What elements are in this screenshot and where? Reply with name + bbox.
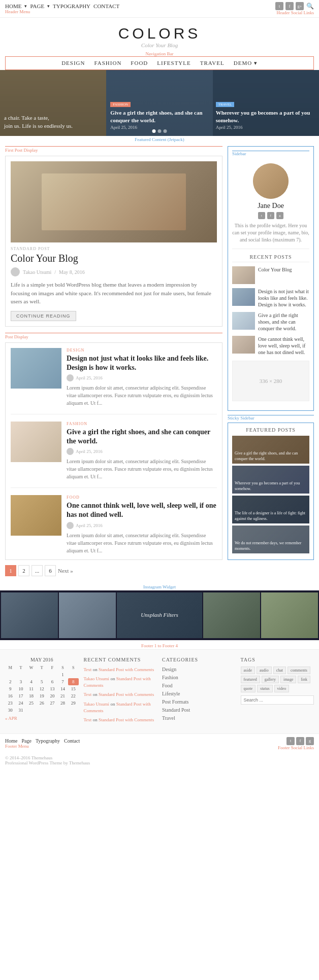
recent-comments-title: RECENT COMMENTS xyxy=(84,657,157,662)
recent-post-title-3[interactable]: Give a girl the right shoes, and she can… xyxy=(258,312,309,332)
calendar-table: M T W T F S S 1 2345678 xyxy=(5,664,79,714)
menu-contact[interactable]: CONTACT xyxy=(93,3,119,9)
menu-page-chevron: ▾ xyxy=(47,4,50,9)
tag-link[interactable]: link xyxy=(298,676,310,683)
tag-featured[interactable]: featured xyxy=(241,676,260,683)
googleplus-icon[interactable]: g+ xyxy=(296,2,304,10)
first-post-excerpt: Life is a simple yet bold WordPress blog… xyxy=(11,281,217,306)
sidebar-label: Sidebar xyxy=(232,151,309,156)
insta-item-4[interactable] xyxy=(203,592,260,638)
insta-item-1[interactable] xyxy=(1,592,58,638)
insta-item-center[interactable]: Unsplash Filters xyxy=(117,592,202,638)
first-post-avatar xyxy=(11,267,20,276)
tags-title: TAGS xyxy=(241,657,314,662)
cat-standard-post: Standard Post xyxy=(162,707,236,713)
featured-post-1[interactable]: Give a girl the right shoes, and she can… xyxy=(232,436,309,464)
cal-cell xyxy=(57,707,68,714)
first-post-section-label: First Post Display xyxy=(5,146,222,153)
tag-status[interactable]: status xyxy=(257,685,272,692)
footer-menu-page[interactable]: Page xyxy=(21,738,31,744)
tag-audio[interactable]: audio xyxy=(257,667,272,674)
slider-dot-2[interactable] xyxy=(158,129,162,133)
post-excerpt-1: Lorem ipsum dolor sit amet, consectetur … xyxy=(67,384,217,407)
nav-lifestyle[interactable]: LIFESTYLE xyxy=(157,60,190,66)
facebook-icon[interactable]: f xyxy=(285,2,294,10)
nav-travel[interactable]: TRAVEL xyxy=(200,60,225,66)
tag-video[interactable]: video xyxy=(274,685,290,692)
post-title-1[interactable]: Design not just what it looks like and f… xyxy=(67,354,217,372)
footer-credit: © 2014–2016 Themehaus Professional WordP… xyxy=(0,753,319,767)
cal-cell: 29 xyxy=(68,699,79,707)
cal-row-6: 3031 xyxy=(5,707,79,714)
featured-post-4[interactable]: We do not remember days, we remember mom… xyxy=(232,526,309,553)
menu-home[interactable]: HOME xyxy=(5,3,21,9)
cal-prev[interactable]: « APR xyxy=(5,716,17,721)
cal-cell: 2 xyxy=(5,678,16,685)
slider-dot-3[interactable] xyxy=(164,129,167,133)
first-post-date: May 8, 2016 xyxy=(59,269,85,275)
nav-design[interactable]: DESIGN xyxy=(61,60,85,66)
cal-cell: 17 xyxy=(16,692,26,699)
tag-search-input[interactable] xyxy=(241,695,314,705)
post-title-3[interactable]: One cannot think well, love well, sleep … xyxy=(67,501,217,519)
menu-typography[interactable]: TYPOGRAPHY xyxy=(53,3,90,9)
profile-facebook-icon[interactable]: f xyxy=(267,212,274,219)
site-title-area: COLORS Color Your Blog xyxy=(0,18,319,51)
twitter-icon[interactable]: t xyxy=(275,2,283,10)
footer-menu-typography[interactable]: Typography xyxy=(36,738,60,744)
nav-label: Navigation Bar xyxy=(0,51,319,56)
footer-facebook-icon[interactable]: f xyxy=(296,737,304,745)
nav-demo[interactable]: DEMO ▾ xyxy=(234,60,258,66)
footer-twitter-icon[interactable]: t xyxy=(286,737,295,745)
cal-cell: 15 xyxy=(68,685,79,692)
header-menu: HOME ▾ PAGE ▾ TYPOGRAPHY CONTACT xyxy=(5,3,119,9)
featured-post-3[interactable]: The life of a designer is a life of figh… xyxy=(232,496,309,523)
cal-cell: 21 xyxy=(57,692,68,699)
featured-post-2[interactable]: Wherever you go becomes a part of you so… xyxy=(232,466,309,494)
recent-post-title-1[interactable]: Color Your Blog xyxy=(258,266,292,273)
cal-row-3: 9101112131415 xyxy=(5,685,79,692)
cal-row-4: 16171819202122 xyxy=(5,692,79,699)
insta-item-2[interactable] xyxy=(59,592,116,638)
tag-image[interactable]: image xyxy=(280,676,297,683)
cal-cell: 5 xyxy=(37,678,47,685)
nav-food[interactable]: FOOD xyxy=(131,60,148,66)
continue-reading-button[interactable]: CONTINUE READING xyxy=(11,311,76,321)
cal-header-m: M xyxy=(5,664,16,671)
post-excerpt-2: Lorem ipsum dolor sit amet, consectetur … xyxy=(67,458,217,480)
cal-header-t2: T xyxy=(37,664,47,671)
hero-slide-1: a chair. Take a taste,join us. Life is s… xyxy=(0,70,106,136)
footer-menu-contact[interactable]: Contact xyxy=(64,738,80,744)
footer-menu-home[interactable]: Home xyxy=(5,738,17,744)
page-6[interactable]: 6 xyxy=(45,565,56,576)
recent-post-title-2[interactable]: Design is not just what it looks like an… xyxy=(258,288,309,308)
post-meta-3: April 25, 2016 xyxy=(67,522,217,529)
post-meta-2: April 25, 2016 xyxy=(67,448,217,455)
page-next[interactable]: Next » xyxy=(58,568,73,574)
first-post-title[interactable]: Color Your Blog xyxy=(11,253,217,264)
footer-menu: Home Page Typography Contact xyxy=(5,738,80,744)
post-avatar-2 xyxy=(67,448,74,455)
post-title-2[interactable]: Give a girl the right shoes, and she can… xyxy=(67,428,217,446)
slider-dot-1[interactable] xyxy=(152,129,156,133)
post-body-3: FOOD One cannot think well, love well, s… xyxy=(67,495,217,554)
profile-googleplus-icon[interactable]: g xyxy=(276,212,283,219)
tag-quote[interactable]: quote xyxy=(241,685,256,692)
recent-post-title-4[interactable]: One cannot think well, love well, sleep … xyxy=(258,336,309,356)
footer-googleplus-icon[interactable]: g xyxy=(306,737,314,745)
tag-chat[interactable]: chat xyxy=(273,667,286,674)
categories-title: CATEGORIES xyxy=(162,657,236,662)
insta-item-5[interactable] xyxy=(261,592,318,638)
page-1[interactable]: 1 xyxy=(5,565,16,576)
tag-gallery[interactable]: gallery xyxy=(262,676,279,683)
tag-comments[interactable]: comments xyxy=(288,667,310,674)
search-icon[interactable]: 🔍 xyxy=(306,2,314,10)
nav-fashion[interactable]: FASHION xyxy=(94,60,121,66)
post-cat-2: FASHION xyxy=(67,422,217,426)
tag-aside[interactable]: aside xyxy=(241,667,255,674)
recent-posts-list: Color Your Blog Design is not just what … xyxy=(232,266,309,356)
profile-twitter-icon[interactable]: t xyxy=(258,212,265,219)
page-2[interactable]: 2 xyxy=(18,565,29,576)
footer-bottom: Home Page Typography Contact Footer Menu… xyxy=(0,733,319,753)
menu-page[interactable]: PAGE xyxy=(30,3,44,9)
